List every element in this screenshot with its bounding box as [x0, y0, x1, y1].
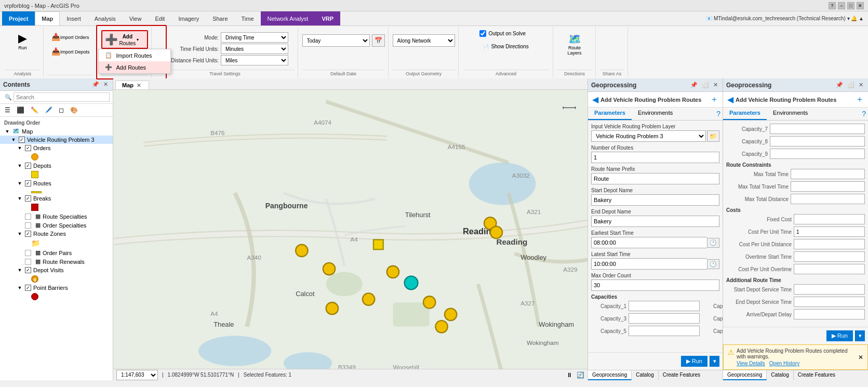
tab-insert[interactable]: Insert: [60, 11, 88, 25]
tab-time[interactable]: Time: [235, 11, 261, 25]
close-btn[interactable]: ✕: [857, 2, 864, 9]
help-btn[interactable]: ?: [829, 2, 836, 9]
fixed-cost-input[interactable]: [794, 214, 865, 224]
latest-start-clock-btn[interactable]: 🕐: [707, 259, 719, 269]
end-depot-input[interactable]: [591, 216, 719, 227]
cost-per-unit-ot-input[interactable]: [794, 264, 865, 274]
color-tool-btn[interactable]: 🎨: [68, 105, 81, 115]
tree-vrp3[interactable]: ▼ ✓ Vehicle Routing Problem 3: [0, 136, 113, 144]
output-geometry-select[interactable]: Along Network: [393, 34, 455, 47]
geo-add-btn[interactable]: ＋: [710, 94, 718, 105]
output-on-solve-checkbox[interactable]: Output on Solve: [479, 30, 526, 37]
minimize-btn[interactable]: –: [838, 2, 845, 9]
add-routes-button[interactable]: ➕ Add Routes ▾: [101, 30, 148, 49]
geo-help-btn[interactable]: ?: [714, 108, 723, 120]
geo-tab-params[interactable]: Parameters: [588, 108, 632, 120]
dist-field-select[interactable]: Miles: [221, 55, 288, 65]
earliest-start-clock-btn[interactable]: 🕐: [707, 238, 719, 248]
input-layer-browse-btn[interactable]: 📁: [707, 130, 719, 142]
tab-view[interactable]: View: [123, 11, 149, 25]
depot-visits-expand[interactable]: ▼: [17, 267, 23, 273]
geo-tab-envs-right[interactable]: Environments: [767, 108, 814, 120]
tree-depot-visits[interactable]: ▼ ✓ Depot Visits: [0, 266, 113, 274]
add-routes-dropdown-arrow[interactable]: ▾: [137, 37, 139, 42]
default-date-select[interactable]: Today: [302, 34, 370, 47]
tree-breaks[interactable]: ▼ ✓ Breaks: [0, 194, 113, 203]
geo-panel-left-close[interactable]: ✕: [712, 81, 719, 89]
tab-edit[interactable]: Edit: [148, 11, 171, 25]
start-depot-input[interactable]: [591, 194, 719, 206]
cap7-input[interactable]: [770, 124, 865, 134]
depots-checkbox[interactable]: ✓: [25, 163, 31, 169]
scale-select[interactable]: 1:147,603: [116, 370, 158, 380]
filter-tool-btn[interactable]: ◻: [56, 105, 66, 115]
map-container[interactable]: B476 A4074 A4155 A321 A327 A329 A3032 A3…: [113, 90, 587, 369]
end-depot-svc-input[interactable]: [794, 297, 865, 307]
num-routes-input[interactable]: [591, 152, 719, 163]
geo-help-btn-right[interactable]: ?: [860, 108, 868, 120]
route-spec-checkbox[interactable]: [25, 213, 31, 220]
geo-tab-envs[interactable]: Environments: [632, 108, 679, 120]
mode-select[interactable]: Driving Time: [221, 32, 288, 43]
latest-start-input[interactable]: [591, 258, 707, 270]
tree-routes[interactable]: ▼ ✓ Routes: [0, 179, 113, 188]
geo-tab-params-right[interactable]: Parameters: [723, 108, 767, 120]
route-renewals-checkbox[interactable]: [25, 259, 31, 265]
geo-back-btn[interactable]: ◀: [592, 95, 598, 104]
cube-view-btn[interactable]: ⬛: [14, 105, 27, 115]
geo-panel-right-maximize[interactable]: ⬜: [846, 81, 856, 89]
tab-map[interactable]: Map: [35, 11, 60, 25]
tab-project[interactable]: Project: [2, 11, 35, 25]
breaks-checkbox[interactable]: ✓: [25, 195, 31, 202]
calendar-btn[interactable]: 📅: [372, 34, 385, 47]
routes-expand-icon[interactable]: ▼: [17, 180, 23, 186]
tab-network-analyst[interactable]: Network Analyst: [261, 11, 315, 25]
vrp3-expand-icon[interactable]: ▼: [10, 137, 17, 143]
route-layers-button[interactable]: 🗺️ RouteLayers: [564, 30, 585, 58]
geo-bottom-tab-geoprocessing[interactable]: Geoprocessing: [588, 370, 632, 380]
map-tab-close[interactable]: ✕: [135, 83, 142, 88]
maximize-btn[interactable]: □: [847, 2, 854, 9]
geo-bottom-tab-features[interactable]: Create Features: [659, 370, 704, 380]
cost-per-unit-time-input[interactable]: [794, 226, 865, 237]
refresh-btn[interactable]: 🔄: [577, 371, 584, 379]
open-history-link[interactable]: Open History: [769, 361, 799, 366]
depot-visits-checkbox[interactable]: ✓: [25, 267, 31, 273]
import-depots-button[interactable]: 📥 Import Depots: [48, 45, 94, 58]
run-button[interactable]: ▶ Run: [11, 30, 34, 53]
orders-checkbox[interactable]: ✓: [25, 145, 31, 151]
geo-panel-left-pin[interactable]: 📌: [689, 81, 699, 89]
cap9-input[interactable]: [770, 149, 865, 159]
geo-panel-right-close[interactable]: ✕: [857, 81, 865, 89]
point-barriers-expand[interactable]: ▼: [17, 285, 23, 291]
breaks-expand-icon[interactable]: ▼: [17, 195, 23, 202]
route-renewals-expand[interactable]: [17, 259, 23, 265]
view-details-link[interactable]: View Details: [737, 361, 765, 366]
max-total-time-input[interactable]: [791, 169, 865, 179]
overtime-start-input[interactable]: [794, 251, 865, 262]
tab-vrp[interactable]: VRP: [315, 11, 340, 25]
tab-analysis[interactable]: Analysis: [88, 11, 123, 25]
search-input[interactable]: [14, 92, 110, 102]
tree-order-pairs[interactable]: ▦ Order Pairs: [0, 248, 113, 257]
geo-bottom-tab-features-right[interactable]: Create Features: [794, 370, 839, 380]
arrive-depart-input[interactable]: [794, 309, 865, 319]
cap1-input[interactable]: [629, 301, 700, 311]
orders-expand-icon[interactable]: ▼: [17, 145, 23, 151]
start-depot-svc-input[interactable]: [794, 284, 865, 295]
map-tab-map[interactable]: Map ✕: [115, 81, 149, 89]
contents-close-btn[interactable]: ✕: [102, 81, 110, 88]
earliest-start-input[interactable]: [591, 237, 707, 248]
select-tool-btn[interactable]: 🖊️: [42, 105, 55, 115]
geo-back-btn-right[interactable]: ◀: [727, 95, 733, 104]
run-dropdown-right[interactable]: ▾: [855, 330, 865, 341]
geo-add-btn-right[interactable]: ＋: [856, 94, 864, 105]
tree-point-barriers[interactable]: ▼ ✓ Point Barriers: [0, 284, 113, 292]
cap3-input[interactable]: [629, 313, 700, 324]
run-btn-right[interactable]: ▶ Run: [826, 330, 853, 341]
tree-route-zones[interactable]: ▼ ✓ Route Zones: [0, 230, 113, 238]
cost-per-unit-dist-input[interactable]: [794, 239, 865, 249]
import-orders-button[interactable]: 📥 Import Orders: [48, 30, 93, 44]
geo-bottom-tab-catalog-right[interactable]: Catalog: [767, 370, 793, 380]
run-btn-left[interactable]: ▶ Run: [681, 356, 707, 367]
